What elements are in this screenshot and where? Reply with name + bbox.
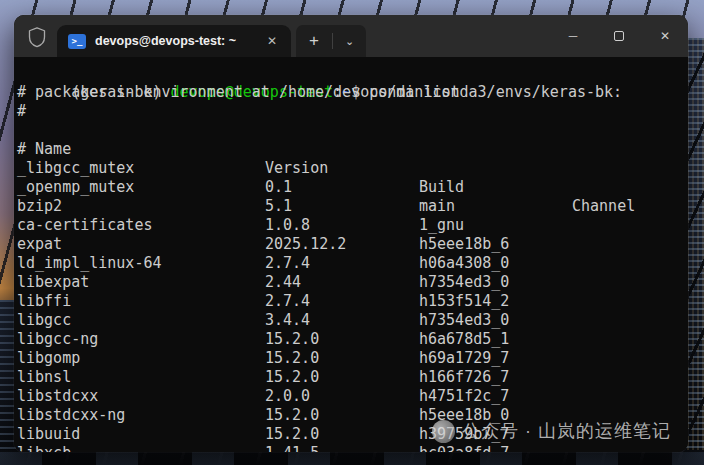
tab-title: devops@devops-test: ~: [95, 34, 259, 48]
package-name: libxcb: [17, 444, 71, 452]
prompt-line: (keras-bk) devops@devops-test:~$ conda l…: [17, 64, 688, 83]
table-row: ld_impl_linux-64 2.44 h153f514_2: [17, 235, 688, 254]
comment-line: #: [17, 102, 688, 121]
background-bottom-strip: [0, 452, 704, 465]
table-row: libgcc-ng 15.2.0 h166f726_7: [17, 311, 688, 330]
table-header-row: # Name Version Build Channel: [17, 121, 688, 140]
maximize-icon: [614, 31, 624, 41]
table-row: libnsl 2.0.0 h5eee18b_0: [17, 349, 688, 368]
minimize-button[interactable]: ─: [550, 15, 596, 57]
close-button[interactable]: ✕: [642, 15, 688, 57]
tab-close-icon[interactable]: ✕: [259, 32, 285, 50]
env-info-line: # packages in environment at /home/devop…: [17, 83, 688, 102]
tab-actions: + ⌄: [296, 25, 366, 57]
tab-dropdown-icon[interactable]: ⌄: [333, 26, 366, 56]
table-row: libxcb 1.17.0 h9b100fa_0: [17, 425, 688, 444]
table-row: libstdcxx 15.2.0 h39759b7_7: [17, 368, 688, 387]
titlebar[interactable]: >_ devops@devops-test: ~ ✕ + ⌄ ─ ✕: [14, 15, 688, 57]
table-row: libuuid 1.41.5 h5eee18b_0: [17, 406, 688, 425]
package-table: _libgcc_mutex 0.1 main _openmp_mutex 5.1…: [17, 140, 688, 444]
table-row: libffi 3.4.4 h6a678d5_1: [17, 273, 688, 292]
terminal-window: >_ devops@devops-test: ~ ✕ + ⌄ ─ ✕ (kera…: [14, 15, 688, 452]
package-build: hc03a8fd_7: [419, 444, 509, 452]
table-row: libstdcxx-ng 15.2.0 hc03a8fd_7: [17, 387, 688, 406]
caption-buttons: ─ ✕: [550, 15, 688, 57]
table-row: libgcc 15.2.0 h69a1729_7: [17, 292, 688, 311]
package-version: 1.41.5: [265, 444, 319, 452]
table-row: libgomp 15.2.0 h4751f2c_7: [17, 330, 688, 349]
table-row: _libgcc_mutex 0.1 main: [17, 140, 688, 159]
maximize-button[interactable]: [596, 15, 642, 57]
table-row: ca-certificates 2025.12.2 h06a4308_0: [17, 197, 688, 216]
table-row: libexpat 2.7.4 h7354ed3_0: [17, 254, 688, 273]
tab-devops[interactable]: >_ devops@devops-test: ~ ✕: [57, 25, 291, 57]
terminal-content[interactable]: (keras-bk) devops@devops-test:~$ conda l…: [14, 57, 688, 452]
new-tab-button[interactable]: +: [296, 26, 332, 56]
table-row: _openmp_mutex 5.1 1_gnu: [17, 159, 688, 178]
table-row: expat 2.7.4 h7354ed3_0: [17, 216, 688, 235]
table-row: bzip2 1.0.8 h5eee18b_6: [17, 178, 688, 197]
powershell-icon: >_: [68, 34, 86, 49]
admin-shield-icon: [27, 26, 47, 48]
